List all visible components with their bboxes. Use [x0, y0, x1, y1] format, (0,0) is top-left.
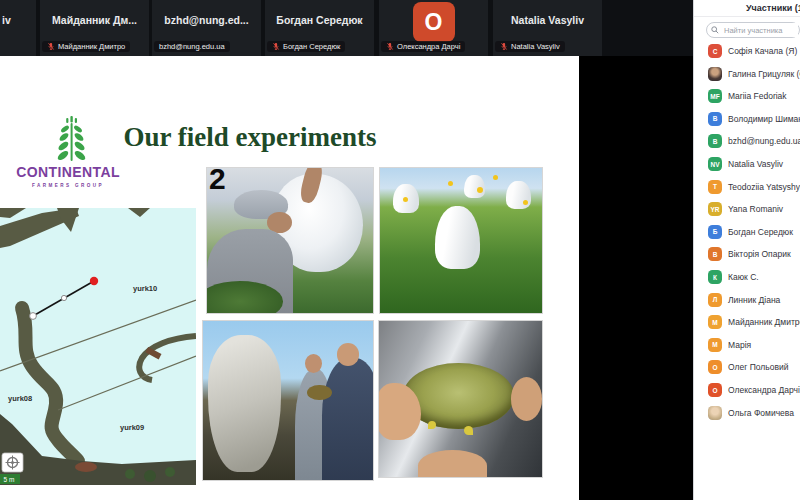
participant-row[interactable]: Галина Грицуляк (Орг [708, 66, 800, 82]
participant-name: Natalia Vasyliv [728, 159, 783, 169]
participant-avatar: C [708, 44, 722, 58]
muted-mic-icon [47, 42, 55, 51]
participant-name: Ольга Фомичева [728, 408, 794, 418]
participant-row[interactable]: CСофія Качала (Я) [708, 43, 800, 59]
participant-display-name: Майданник Дм... [40, 14, 149, 26]
photo-man-placing-bag [206, 167, 374, 314]
participant-row[interactable]: ЛЛинник Діана [708, 292, 800, 308]
map-compass-icon [2, 453, 23, 472]
muted-mic-icon [272, 42, 280, 51]
photo-detail-bract [464, 426, 473, 435]
logo-continental: CONTINENTAL [12, 164, 124, 180]
participant-name-badge: Майданник Дмитро [42, 41, 130, 52]
muted-mic-icon [500, 42, 508, 51]
participant-row[interactable]: Ольга Фомичева [708, 405, 800, 421]
photo-detail-bag [464, 175, 485, 198]
participant-display-name: Богдан Середюк [265, 14, 374, 26]
participant-row[interactable]: ВВікторія Опарик [708, 246, 800, 262]
meeting-window: ivМайданник Дм...Майданник Дмитроbzhd@nu… [0, 0, 800, 500]
participant-row[interactable]: ММарія [708, 337, 800, 353]
participant-avatar: B [708, 112, 722, 126]
photo-detail-hand [511, 377, 542, 421]
participant-name: Teodoziia Yatsyshyn [728, 182, 800, 192]
participant-avatar: Б [708, 225, 722, 239]
photo-detail-face [337, 343, 359, 365]
participant-avatar: В [708, 247, 722, 261]
participant-name-badge: Олександра Дарчі [381, 41, 465, 52]
participant-avatar: O [413, 2, 455, 42]
badge-label: Natalia Vasyliv [511, 42, 560, 51]
participant-name: bzhd@nung.edu.ua [728, 136, 800, 146]
panel-divider [694, 16, 800, 17]
participant-display-name: bzhd@nung.ed... [152, 14, 261, 26]
participant-row[interactable]: BВолодимир Шимансь [708, 111, 800, 127]
photo-detail-flower [448, 181, 453, 186]
svg-text:5 m: 5 m [4, 476, 15, 483]
participant-search [706, 22, 800, 38]
participant-name: Галина Грицуляк (Орг [728, 69, 800, 79]
photo-detail-person [322, 358, 374, 481]
participant-avatar: T [708, 180, 722, 194]
participant-row[interactable]: ББогдан Середюк [708, 224, 800, 240]
participant-name: Марія [728, 340, 751, 350]
search-icon [711, 26, 719, 34]
participant-avatar: К [708, 270, 722, 284]
participant-row[interactable]: ООлег Польовий [708, 359, 800, 375]
participant-name: Yana Romaniv [728, 204, 783, 214]
participant-row[interactable]: Bbzhd@nung.edu.ua [708, 133, 800, 149]
photo-detail-bag [435, 206, 480, 270]
screen-share-gutter [579, 56, 693, 500]
participant-avatar: NV [708, 157, 722, 171]
participant-row[interactable]: ККаюк С. [708, 269, 800, 285]
field-map: yurk10 yurk08 yurk09 5 m [0, 208, 196, 485]
participant-name: Вікторія Опарик [728, 249, 791, 259]
badge-label: Олександра Дарчі [397, 42, 460, 51]
participant-row[interactable]: YRYana Romaniv [708, 201, 800, 217]
logo-farmers-group: FARMERS GROUP [12, 183, 124, 188]
map-label-yurk10: yurk10 [133, 284, 157, 293]
participant-name: Богдан Середюк [728, 227, 793, 237]
photo-detail-flower [523, 200, 528, 205]
participant-display-name: iv [0, 14, 38, 26]
photo-detail-bract [428, 421, 436, 429]
badge-label: Майданник Дмитро [58, 42, 125, 51]
badge-label: Богдан Середюк [283, 42, 340, 51]
participant-photo-avatar [708, 67, 722, 81]
participant-row[interactable]: ММайданник Дмитро [708, 314, 800, 330]
photo-number-label: 2 [209, 164, 226, 194]
participant-name: Mariia Fedoriak [728, 91, 787, 101]
map-marker-red [90, 277, 98, 285]
participant-avatar: М [708, 338, 722, 352]
participant-name: Олександра Дарчі [728, 385, 800, 395]
participant-row[interactable]: MFMariia Fedoriak [708, 88, 800, 104]
participant-name: Софія Качала (Я) [728, 46, 797, 56]
participant-name-badge: Natalia Vasyliv [495, 41, 565, 52]
participant-avatar: О [708, 383, 722, 397]
slide-title: Our field experiments [60, 122, 440, 153]
participants-panel: Участники (17) CСофія Качала (Я)Галина Г… [693, 0, 800, 500]
participant-name-badge: bzhd@nung.edu.ua [154, 41, 230, 52]
photo-detail-flower [493, 175, 498, 180]
participant-avatar: B [708, 134, 722, 148]
shared-slide: CONTINENTAL FARMERS GROUP Our field expe… [0, 56, 579, 500]
video-strip: ivМайданник Дм...Майданник Дмитроbzhd@nu… [0, 0, 693, 56]
participant-name: Олег Польовий [728, 362, 788, 372]
participant-row[interactable]: TTeodoziia Yatsyshyn [708, 179, 800, 195]
participant-avatar: MF [708, 89, 722, 103]
participant-avatar: М [708, 315, 722, 329]
participant-name: Линник Діана [728, 295, 780, 305]
photo-detail-flower [477, 187, 483, 193]
map-scale-badge: 5 m [0, 474, 20, 484]
participant-photo-avatar [708, 406, 722, 420]
participant-row[interactable]: ООлександра Дарчі [708, 382, 800, 398]
participants-panel-title: Участники (17) [746, 3, 800, 13]
participant-name-badge: Богдан Середюк [267, 41, 345, 52]
participant-name: Володимир Шимансь [728, 114, 800, 124]
photo-detail-hand [418, 450, 486, 478]
video-tile-partial[interactable]: iv [0, 0, 36, 56]
map-label-yurk09: yurk09 [120, 423, 144, 432]
participant-avatar: YR [708, 202, 722, 216]
participant-display-name: Natalia Vasyliv [493, 14, 602, 26]
search-input[interactable] [722, 23, 798, 37]
participant-row[interactable]: NVNatalia Vasyliv [708, 156, 800, 172]
